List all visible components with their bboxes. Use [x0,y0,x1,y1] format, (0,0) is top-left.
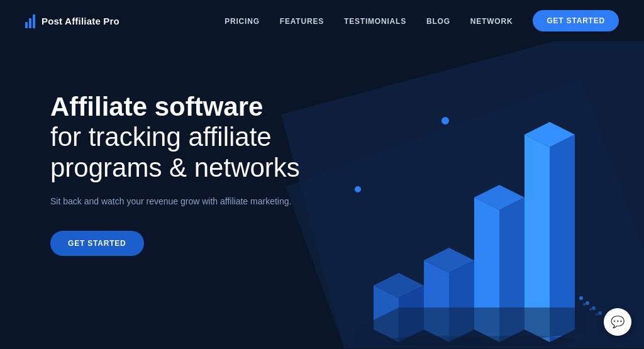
decoration-dot-2 [355,186,361,192]
nav-item-pricing[interactable]: PRICING [225,15,260,26]
hero-title-bold: Affiliate software [50,92,263,121]
chart-area [298,84,625,348]
hero-get-started-button[interactable]: GET STARTED [50,231,144,256]
hero-subtitle: Sit back and watch your revenue grow wit… [50,194,300,208]
hero-title: Affiliate software for tracking affiliat… [50,92,300,183]
nav-item-features[interactable]: FEATURES [280,15,324,26]
nav-cta[interactable]: GET STARTED [533,10,619,31]
chat-icon: 💬 [611,315,625,329]
hero-section: Affiliate software for tracking affiliat… [0,42,644,348]
decoration-dot-1 [441,117,449,125]
nav-item-network[interactable]: NETWORK [470,15,513,26]
chat-widget[interactable]: 💬 [604,308,631,336]
logo[interactable]: Post Affiliate Pro [25,13,119,28]
hero-content: Affiliate software for tracking affiliat… [50,92,300,256]
nav-link-network[interactable]: NETWORK [470,17,513,26]
svg-point-16 [592,306,596,310]
bar-chart-svg [298,84,625,348]
hero-title-normal: for tracking affiliateprograms & network… [50,122,300,182]
nav-link-pricing[interactable]: PRICING [225,17,260,26]
nav-link-testimonials[interactable]: TESTIMONIALS [344,17,406,26]
nav-link-blog[interactable]: BLOG [426,17,450,26]
nav-item-blog[interactable]: BLOG [426,15,450,26]
svg-point-17 [598,311,602,315]
navbar: Post Affiliate Pro PRICING FEATURES TEST… [0,0,644,42]
svg-point-19 [583,303,586,306]
nav-menu: PRICING FEATURES TESTIMONIALS BLOG NETWO… [225,10,619,31]
svg-point-14 [579,296,583,300]
svg-point-21 [596,313,598,316]
logo-icon [25,13,35,28]
nav-get-started-button[interactable]: GET STARTED [533,10,619,31]
nav-link-features[interactable]: FEATURES [280,17,324,26]
svg-point-15 [586,301,589,305]
nav-item-testimonials[interactable]: TESTIMONIALS [344,15,406,26]
brand-name: Post Affiliate Pro [42,16,119,26]
svg-point-20 [589,308,592,311]
